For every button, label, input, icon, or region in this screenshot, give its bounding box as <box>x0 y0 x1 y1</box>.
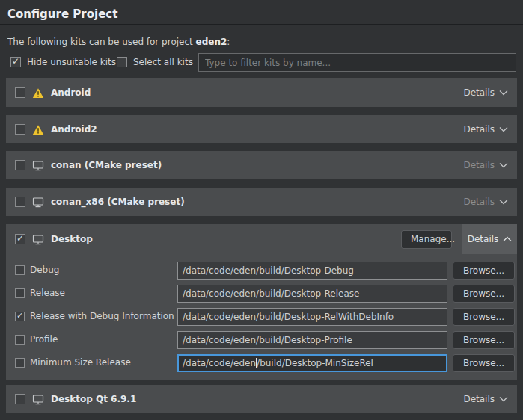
hide-unsuitable-kits-label: Hide unsuitable kits <box>27 57 116 67</box>
kit-row-android: Android Details <box>6 78 517 107</box>
kit-checkbox[interactable] <box>15 197 25 207</box>
kit-name: conan_x86 (CMake preset) <box>51 197 185 207</box>
config-checkbox[interactable] <box>15 265 25 275</box>
desktop-icon <box>32 234 44 245</box>
intro-after: : <box>227 37 230 47</box>
build-dir-value-before-caret: /data/code/eden <box>183 358 256 368</box>
build-dir-value: /data/code/eden/build/Desktop-Release <box>183 288 359 299</box>
build-dir-input[interactable]: /data/code/eden/build/Desktop-Debug <box>177 262 447 280</box>
kit-name: Android <box>51 87 91 98</box>
details-label: Details <box>463 124 495 135</box>
kit-controls: Hide unsuitable kits Select all kits <box>0 52 523 72</box>
desktop-icon <box>32 160 44 171</box>
configure-project-page: { "page": { "title": "Configure Project"… <box>0 0 523 420</box>
warning-icon <box>32 124 44 135</box>
manage-kits-button[interactable]: Manage... <box>401 230 452 249</box>
browse-button[interactable]: Browse... <box>453 285 515 303</box>
kit-name: conan (CMake preset) <box>51 160 162 170</box>
browse-button[interactable]: Browse... <box>453 262 515 280</box>
details-toggle[interactable]: Details <box>463 115 517 143</box>
desktop-icon <box>32 197 44 208</box>
kit-header: Desktop Manage... Details <box>6 224 517 254</box>
checkbox-checked-icon[interactable] <box>10 57 21 67</box>
project-name: eden2 <box>196 37 227 47</box>
config-checkbox[interactable] <box>15 335 25 345</box>
kit-checkbox[interactable] <box>15 394 25 404</box>
kit-checkbox[interactable] <box>15 124 25 135</box>
hide-unsuitable-kits-checkbox[interactable]: Hide unsuitable kits <box>10 57 116 67</box>
details-label: Details <box>463 197 495 207</box>
chevron-down-icon <box>499 198 508 206</box>
checkbox-unchecked-icon[interactable] <box>117 57 127 67</box>
browse-button[interactable]: Browse... <box>453 331 515 349</box>
select-all-kits-label: Select all kits <box>133 57 193 67</box>
kit-row-conan-x86: conan_x86 (CMake preset) Details <box>6 188 517 216</box>
build-dir-value: /data/code/eden/build/Desktop-Debug <box>183 265 354 276</box>
chevron-up-icon <box>503 235 512 243</box>
details-toggle[interactable]: Details <box>463 188 517 216</box>
kit-checkbox[interactable] <box>15 234 25 244</box>
details-toggle[interactable]: Details <box>463 151 517 179</box>
details-toggle[interactable]: Details <box>463 78 517 107</box>
chevron-down-icon <box>499 126 508 133</box>
details-label: Details <box>463 394 495 404</box>
config-label: Debug <box>30 265 59 275</box>
config-label: Minimum Size Release <box>30 357 131 368</box>
kit-header: Desktop Qt 6.9.1 Details <box>6 385 517 413</box>
chevron-down-icon <box>499 161 508 169</box>
title-separator <box>0 24 523 25</box>
warning-icon <box>32 87 44 99</box>
details-label: Details <box>463 87 495 98</box>
select-all-kits-checkbox[interactable]: Select all kits <box>117 57 193 67</box>
kit-header: conan_x86 (CMake preset) Details <box>6 188 517 216</box>
config-row-profile: Profile /data/code/eden/build/Desktop-Pr… <box>6 331 517 349</box>
build-dir-input[interactable]: /data/code/eden/build/Desktop-RelWithDeb… <box>177 308 447 326</box>
details-toggle[interactable]: Details <box>463 385 517 413</box>
config-row-minsizerel: Minimum Size Release /data/code/eden/bui… <box>6 354 517 372</box>
kit-row-conan: conan (CMake preset) Details <box>6 151 517 179</box>
browse-button[interactable]: Browse... <box>453 308 515 326</box>
config-checkbox[interactable] <box>15 288 25 298</box>
kit-header: Android2 Details <box>6 115 517 143</box>
config-label: Release <box>30 288 65 298</box>
config-row-relwithdebinfo: Release with Debug Information /data/cod… <box>6 308 517 326</box>
kit-row-desktop-qt: Desktop Qt 6.9.1 Details <box>6 385 517 413</box>
intro-text: The following kits can be used for proje… <box>7 37 230 47</box>
build-dir-input[interactable]: /data/code/eden/build/Desktop-Profile <box>177 331 447 349</box>
config-row-release: Release /data/code/eden/build/Desktop-Re… <box>6 285 517 303</box>
kit-row-android2: Android2 Details <box>6 115 517 143</box>
build-dir-value-after-caret: /build/Desktop-MinSizeRel <box>257 358 373 368</box>
config-label: Release with Debug Information <box>30 311 174 321</box>
details-label: Details <box>463 160 495 170</box>
details-toggle-expanded[interactable]: Details <box>462 224 517 254</box>
config-label: Profile <box>30 334 58 345</box>
page-title: Configure Project <box>7 7 117 21</box>
chevron-down-icon <box>499 395 508 403</box>
browse-button[interactable]: Browse... <box>453 354 515 372</box>
kit-header: Android Details <box>6 78 517 107</box>
config-row-debug: Debug /data/code/eden/build/Desktop-Debu… <box>6 262 517 280</box>
chevron-down-icon <box>499 89 508 96</box>
config-checkbox[interactable] <box>15 358 25 368</box>
kit-header: conan (CMake preset) Details <box>6 151 517 179</box>
kit-name: Android2 <box>51 124 97 135</box>
build-dir-value: /data/code/eden/build/Desktop-RelWithDeb… <box>183 312 394 322</box>
kit-name: Desktop Qt 6.9.1 <box>51 394 136 404</box>
kit-name: Desktop <box>51 234 93 244</box>
intro-before: The following kits can be used for proje… <box>7 37 196 47</box>
kit-checkbox[interactable] <box>15 160 25 170</box>
build-dir-value: /data/code/eden/build/Desktop-Profile <box>183 335 352 345</box>
kit-row-desktop: Desktop Manage... Details Debug /data/co… <box>6 224 517 380</box>
desktop-icon <box>32 394 44 405</box>
build-dir-input[interactable]: /data/code/eden/build/Desktop-Release <box>177 285 447 303</box>
config-checkbox[interactable] <box>15 312 25 321</box>
kit-checkbox[interactable] <box>15 87 25 98</box>
build-dir-input-focused[interactable]: /data/code/eden/build/Desktop-MinSizeRel <box>177 354 447 372</box>
details-label: Details <box>468 234 499 244</box>
filter-kits-input[interactable] <box>198 53 516 72</box>
